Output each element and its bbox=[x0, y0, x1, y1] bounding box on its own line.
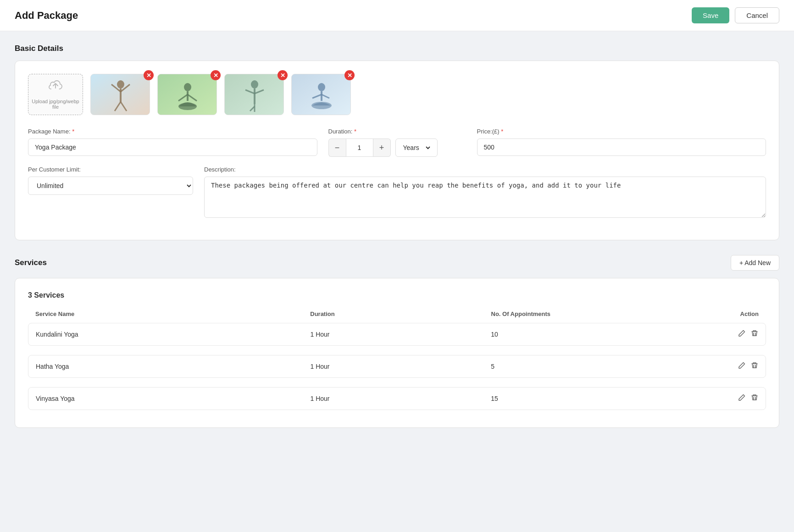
service-row-inner-3: Vinyasa Yoga 1 Hour 15 bbox=[28, 388, 766, 410]
remove-image-2[interactable]: ✕ bbox=[211, 70, 221, 80]
table-row: Kundalini Yoga 1 Hour 10 bbox=[28, 323, 766, 346]
svg-point-25 bbox=[311, 102, 332, 109]
image-thumb-3: ✕ bbox=[224, 74, 284, 115]
service-row-inner-2: Hatha Yoga 1 Hour 5 bbox=[28, 355, 766, 377]
services-section-header: Services + Add New bbox=[15, 255, 779, 271]
duration-label: Duration: * bbox=[328, 128, 466, 135]
service-appointments-3: 15 bbox=[491, 395, 672, 402]
service-name-3: Vinyasa Yoga bbox=[36, 395, 311, 402]
edit-service-2[interactable] bbox=[738, 362, 745, 371]
per-customer-limit-select[interactable]: Unlimited 1 2 3 5 10 bbox=[28, 177, 193, 195]
image-display-2 bbox=[157, 74, 217, 115]
col-header-action: Action bbox=[672, 310, 759, 317]
duration-unit-selector[interactable]: Years Months Weeks Days bbox=[395, 139, 438, 157]
upload-icon bbox=[48, 80, 63, 96]
service-row-inner-1: Kundalini Yoga 1 Hour 10 bbox=[28, 323, 766, 345]
duration-unit-select[interactable]: Years Months Weeks Days bbox=[401, 144, 432, 152]
service-actions-3 bbox=[672, 394, 758, 403]
svg-point-9 bbox=[178, 103, 197, 110]
page-title: Add Package bbox=[15, 10, 78, 22]
remove-image-1[interactable]: ✕ bbox=[144, 70, 154, 80]
services-table-header: Service Name Duration No. Of Appointment… bbox=[28, 309, 766, 323]
price-input[interactable] bbox=[477, 139, 766, 156]
cancel-button[interactable]: Cancel bbox=[735, 7, 779, 23]
edit-service-1[interactable] bbox=[738, 330, 745, 339]
delete-service-3[interactable] bbox=[751, 394, 758, 403]
col-header-duration: Duration bbox=[310, 310, 491, 317]
description-group: Description: These packages being offere… bbox=[204, 166, 766, 218]
duration-group: Duration: * − 1 + Years Months Weeks Day… bbox=[328, 128, 466, 157]
svg-point-1 bbox=[117, 80, 124, 89]
svg-point-8 bbox=[184, 83, 191, 91]
services-card: 3 Services Service Name Duration No. Of … bbox=[15, 278, 779, 428]
image-thumb-1: ✕ bbox=[90, 74, 150, 115]
images-row: Upload jpg/png/webp file bbox=[28, 74, 766, 115]
remove-image-4[interactable]: ✕ bbox=[344, 70, 355, 80]
delete-service-1[interactable] bbox=[751, 330, 758, 339]
form-row-2: Per Customer Limit: Unlimited 1 2 3 5 10… bbox=[28, 166, 766, 218]
duration-controls: − 1 + Years Months Weeks Days bbox=[328, 139, 466, 157]
services-title: Services bbox=[15, 258, 47, 267]
edit-service-3[interactable] bbox=[738, 394, 745, 403]
duration-decrement[interactable]: − bbox=[328, 139, 346, 157]
image-display-1 bbox=[90, 74, 150, 115]
col-header-appointments: No. Of Appointments bbox=[491, 310, 672, 317]
svg-point-21 bbox=[318, 83, 325, 91]
service-name-1: Kundalini Yoga bbox=[36, 331, 311, 338]
svg-point-14 bbox=[251, 80, 258, 89]
upload-label: Upload jpg/png/webp file bbox=[28, 99, 83, 110]
remove-image-3[interactable]: ✕ bbox=[278, 70, 288, 80]
header-actions: Save Cancel bbox=[692, 7, 779, 23]
col-header-service-name: Service Name bbox=[35, 310, 310, 317]
services-rows: Kundalini Yoga 1 Hour 10 bbox=[28, 323, 766, 415]
basic-details-card: Upload jpg/png/webp file bbox=[15, 61, 779, 240]
duration-value: 1 bbox=[346, 139, 373, 157]
image-thumb-4: ✕ bbox=[291, 74, 351, 115]
service-appointments-2: 5 bbox=[491, 363, 672, 370]
page-header: Add Package Save Cancel bbox=[0, 0, 794, 31]
price-label: Price:(£) * bbox=[477, 128, 766, 135]
service-duration-3: 1 Hour bbox=[311, 395, 491, 402]
service-actions-2 bbox=[672, 362, 758, 371]
per-customer-limit-group: Per Customer Limit: Unlimited 1 2 3 5 10 bbox=[28, 166, 193, 195]
package-name-group: Package Name: * bbox=[28, 128, 317, 156]
page-content: Basic Details Upload jpg/png/webp file bbox=[0, 31, 794, 455]
delete-service-2[interactable] bbox=[751, 362, 758, 371]
image-thumb-2: ✕ bbox=[157, 74, 217, 115]
save-button[interactable]: Save bbox=[692, 7, 729, 23]
service-name-2: Hatha Yoga bbox=[36, 363, 311, 370]
description-label: Description: bbox=[204, 166, 766, 173]
service-appointments-1: 10 bbox=[491, 331, 672, 338]
table-row: Vinyasa Yoga 1 Hour 15 bbox=[28, 387, 766, 410]
services-count: 3 Services bbox=[28, 291, 766, 299]
service-actions-1 bbox=[672, 330, 758, 339]
image-display-3 bbox=[224, 74, 284, 115]
image-display-4 bbox=[291, 74, 351, 115]
description-input[interactable]: These packages being offered at our cent… bbox=[204, 177, 766, 218]
package-name-label: Package Name: * bbox=[28, 128, 317, 135]
per-customer-limit-label: Per Customer Limit: bbox=[28, 166, 193, 173]
upload-box[interactable]: Upload jpg/png/webp file bbox=[28, 74, 83, 115]
table-row: Hatha Yoga 1 Hour 5 bbox=[28, 355, 766, 378]
service-duration-1: 1 Hour bbox=[311, 331, 491, 338]
add-new-service-button[interactable]: + Add New bbox=[731, 255, 779, 271]
service-duration-2: 1 Hour bbox=[311, 363, 491, 370]
basic-details-title: Basic Details bbox=[15, 44, 779, 53]
form-row-1: Package Name: * Duration: * − 1 + bbox=[28, 128, 766, 157]
price-group: Price:(£) * bbox=[477, 128, 766, 156]
duration-increment[interactable]: + bbox=[373, 139, 391, 157]
package-name-input[interactable] bbox=[28, 139, 317, 156]
